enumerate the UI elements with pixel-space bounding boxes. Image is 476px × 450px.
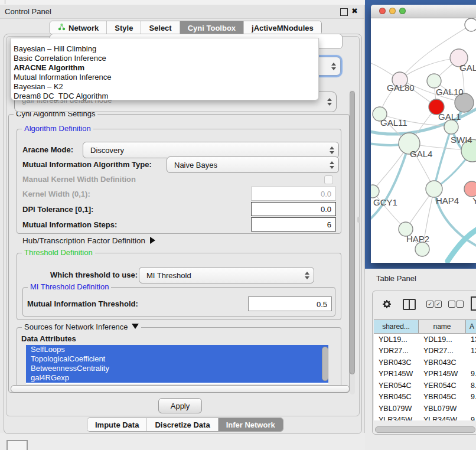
algorithm-option[interactable]: ARACNE Algorithm [11,63,318,73]
algorithm-option[interactable]: Dream8 DC_TDC Algorithm [11,92,318,101]
table-horizontal-scrollbar[interactable] [375,426,475,433]
algorithm-option[interactable]: Mutual Information Inference [11,73,318,82]
algorithm-option-list: Bayesian – Hill ClimbingBasic Correlatio… [11,44,318,101]
tab-jactivemnodules[interactable]: jActiveMNodules [244,21,321,34]
table-cell: 9. [466,370,476,378]
kernel-width-value: 0.0 [321,190,331,198]
network-node-gal10[interactable] [427,74,441,88]
which-threshold-combobox[interactable]: MI Threshold [139,267,314,283]
table-row[interactable]: YDL19...YDL19...13 [374,334,476,345]
table-row[interactable]: YLR345WYLR345W9. [374,415,476,421]
data-attributes-list[interactable]: SelfLoopsTopologicalCoefficientBetweenne… [26,345,328,384]
tab-style[interactable]: Style [107,21,141,34]
hub-section-toggle[interactable]: Hub/Transcription Factor Definition [22,236,155,245]
collapsed-arrow-icon [150,237,155,244]
tab-network[interactable]: Network [50,21,107,34]
unchecked-box-icon[interactable] [457,301,464,308]
table-row[interactable]: YPR145WYPR145W9. [374,369,476,380]
document-icon[interactable] [471,296,476,311]
table-header-row: shared... name A [374,319,476,334]
node-label-gal11: GAL11 [380,118,407,128]
mi-threshold-definition-title: MI Threshold Definition [28,282,111,291]
network-node-partial-top[interactable] [465,18,476,31]
table-row[interactable]: YBL079WYBL079W [374,403,476,415]
dpi-tolerance-field[interactable]: 0.0 [251,202,336,216]
algorithm-option[interactable]: Basic Correlation Inference [11,54,318,63]
network-node-hap4[interactable] [426,181,442,197]
node-label-swi4: SWI4 [451,135,472,145]
combo-stepper-icon [327,98,332,106]
mi-type-value: Naive Bayes [174,161,217,169]
settings-horizontal-scrollbar[interactable] [11,385,350,393]
gear-icon[interactable] [382,299,392,311]
table-row[interactable]: YER054CYER054C8. [374,380,476,392]
algorithm-option[interactable]: Bayesian – K2 [11,82,318,92]
table-cell: YBR045C [419,393,466,401]
table-cell: 12 [466,347,476,355]
table-row[interactable]: YBR045CYBR045C9. [374,392,476,403]
checked-box-icon[interactable]: ✓ [426,301,433,308]
mi-threshold-label: Mutual Information Threshold: [27,299,138,308]
table-cell: 9. [466,416,476,420]
node-label-gal80: GAL80 [387,83,415,93]
mi-type-combobox[interactable]: Naive Bayes [167,156,339,173]
unchecked-box-icon[interactable] [448,301,455,308]
minimize-traffic-light[interactable] [389,8,396,14]
zoom-traffic-light[interactable] [399,8,406,14]
column-header-name[interactable]: name [419,320,466,333]
node-label-gal10: GAL10 [436,87,464,97]
mi-steps-field[interactable]: 6 [251,217,336,231]
data-attribute-item[interactable]: SelfLoops [26,345,328,354]
table-cell: 9. [466,393,476,401]
table-cell: YBR043C [374,358,419,367]
network-node-gcy1[interactable] [371,185,379,198]
sources-title[interactable]: Sources for Network Inference [22,322,141,331]
tab-select[interactable]: Select [141,21,180,34]
control-panel-title: Control Panel [5,7,51,16]
data-attribute-item[interactable]: TopologicalCoefficient [26,354,328,364]
network-node-bottom-node[interactable] [415,242,429,256]
manual-kernel-checkbox[interactable] [324,175,333,184]
network-canvas[interactable]: GALGAL80GAL10GAL1GAL11SWI4GAL4GCY1HAP4YH… [371,18,476,263]
network-window-titlebar[interactable] [371,5,476,18]
node-table[interactable]: shared... name A YDL19...YDL19...13YDR27… [374,319,476,420]
tab-cyni-toolbox[interactable]: Cyni Toolbox [180,21,244,34]
table-cell: YDR27... [419,347,466,355]
apply-button[interactable]: Apply [158,398,202,413]
close-icon[interactable]: ✖ [351,6,358,15]
data-attribute-item[interactable]: BetweennessCentrality [26,364,328,373]
splitter-handle[interactable] [357,217,360,223]
threshold-definition-title: Threshold Definition [22,248,95,257]
network-node-swi4[interactable] [444,120,458,134]
table-cell: YBR045C [374,393,419,401]
column-header-shared-name[interactable]: shared... [374,320,419,333]
kernel-width-field[interactable]: 0.0 [251,187,336,201]
float-window-icon[interactable] [340,8,348,16]
table-row[interactable]: YDR27...YDR27...12 [374,345,476,357]
which-threshold-label: Which threshold to use: [50,270,138,279]
close-traffic-light[interactable] [379,8,386,14]
data-attribute-item[interactable]: gal4RGexp [26,373,328,383]
network-node-salmon[interactable] [464,181,476,197]
table-row[interactable]: YBR043CYBR043C [374,357,476,369]
split-columns-icon[interactable] [403,299,416,310]
tab-discretize-data[interactable]: Discretize Data [147,418,218,431]
table-cell: YER054C [374,381,419,390]
aracne-mode-combobox[interactable]: Discovery [83,142,339,158]
settings-scrollbar[interactable] [350,90,355,394]
algorithm-option[interactable]: Bayesian – Hill Climbing [11,44,318,54]
checked-box-icon[interactable]: ✓ [435,301,442,308]
network-view-window[interactable]: GALGAL80GAL10GAL1GAL11SWI4GAL4GCY1HAP4YH… [371,5,476,263]
tab-impute-data[interactable]: Impute Data [87,418,147,431]
mi-steps-value: 6 [327,220,331,229]
attributes-scrollbar-thumb[interactable] [322,347,328,381]
table-cell: 8. [466,381,476,390]
column-header-partial[interactable]: A [466,320,476,333]
node-label-salmon: Y [472,195,476,206]
scrollbar-thumb[interactable] [350,91,355,374]
tab-infer-network[interactable]: Infer Network [219,418,283,431]
table-cell: YLR345W [419,416,466,420]
node-label-hap2: HAP2 [406,234,429,244]
taskbar-partial-icon[interactable] [6,440,28,450]
mi-threshold-field[interactable]: 0.5 [248,296,332,311]
